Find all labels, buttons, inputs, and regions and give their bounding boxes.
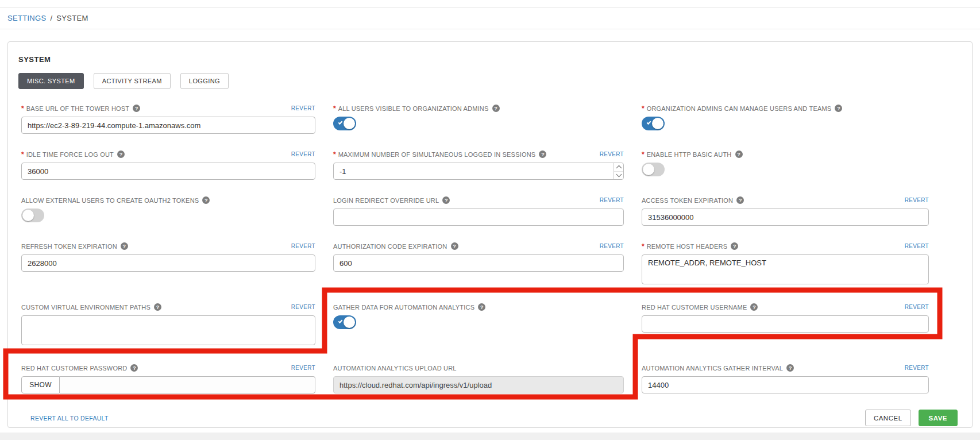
field-label-row: RED HAT CUSTOMER PASSWORD ? REVERT [21, 364, 315, 372]
cancel-button[interactable]: CANCEL [865, 410, 911, 426]
save-button[interactable]: SAVE [919, 410, 958, 426]
rh-password-input[interactable] [60, 376, 315, 393]
revert-link[interactable]: REVERT [291, 105, 315, 111]
field-label: GATHER DATA FOR AUTOMATION ANALYTICS [333, 304, 474, 311]
help-icon[interactable]: ? [117, 150, 125, 158]
field-label: RED HAT CUSTOMER PASSWORD [21, 365, 127, 372]
field-label: RED HAT CUSTOMER USERNAME [642, 304, 747, 311]
help-icon[interactable]: ? [750, 303, 758, 311]
refresh-token-expiration-input[interactable] [21, 254, 315, 272]
field-label-row: * IDLE TIME FORCE LOG OUT ? REVERT [21, 150, 315, 159]
field-label-row: * REMOTE HOST HEADERS ? REVERT [642, 242, 929, 250]
custom-venv-paths-textarea[interactable] [21, 315, 315, 345]
field-label: AUTOMATION ANALYTICS GATHER INTERVAL [642, 365, 783, 372]
access-token-expiration-input[interactable] [642, 209, 929, 226]
field-label: REMOTE HOST HEADERS [647, 243, 728, 250]
card-footer: REVERT ALL TO DEFAULT CANCEL SAVE [18, 410, 962, 426]
all-users-visible-toggle[interactable] [333, 117, 356, 130]
max-sessions-input[interactable] [333, 163, 624, 180]
field-label: ENABLE HTTP BASIC AUTH [647, 151, 732, 158]
org-admins-manage-toggle[interactable] [642, 117, 665, 130]
field-base-url: * BASE URL OF THE TOWER HOST ? REVERT [21, 104, 315, 134]
field-label-row: RED HAT CUSTOMER USERNAME ? REVERT [642, 303, 929, 311]
analytics-interval-input[interactable] [642, 376, 929, 393]
field-idle-time: * IDLE TIME FORCE LOG OUT ? REVERT [21, 150, 315, 180]
required-marker: * [21, 105, 24, 112]
help-icon[interactable]: ? [130, 364, 138, 372]
field-analytics-interval: AUTOMATION ANALYTICS GATHER INTERVAL ? R… [642, 364, 929, 393]
help-icon[interactable]: ? [121, 242, 128, 250]
revert-link[interactable]: REVERT [291, 304, 315, 310]
help-icon[interactable]: ? [735, 150, 743, 158]
revert-link[interactable]: REVERT [905, 197, 929, 203]
field-label-row: * MAXIMUM NUMBER OF SIMULTANEOUS LOGGED … [333, 150, 624, 159]
oauth2-tokens-toggle[interactable] [21, 209, 44, 222]
http-basic-auth-toggle[interactable] [642, 163, 665, 176]
toggle-knob [344, 317, 355, 328]
help-icon[interactable]: ? [478, 303, 485, 311]
field-label: ORGANIZATION ADMINS CAN MANAGE USERS AND… [647, 105, 832, 112]
help-icon[interactable]: ? [835, 105, 842, 112]
help-icon[interactable]: ? [736, 196, 744, 204]
revert-link[interactable]: REVERT [291, 365, 315, 371]
breadcrumb-settings-link[interactable]: SETTINGS [7, 14, 46, 22]
toggle-check-icon [338, 120, 343, 125]
required-marker: * [21, 151, 24, 158]
revert-link[interactable]: REVERT [905, 243, 929, 249]
field-gather-analytics: GATHER DATA FOR AUTOMATION ANALYTICS ? [333, 303, 624, 329]
rh-password-field: SHOW [21, 376, 315, 393]
help-icon[interactable]: ? [442, 196, 450, 204]
spinner-up-icon[interactable] [614, 163, 623, 171]
field-label: CUSTOM VIRTUAL ENVIRONMENT PATHS [21, 304, 151, 311]
idle-time-input[interactable] [21, 163, 315, 180]
help-icon[interactable]: ? [154, 303, 161, 311]
revert-link[interactable]: REVERT [291, 151, 315, 157]
field-label-row: ACCESS TOKEN EXPIRATION ? REVERT [642, 196, 929, 204]
help-icon[interactable]: ? [133, 105, 140, 112]
breadcrumb: SETTINGS / SYSTEM [0, 7, 980, 29]
field-label: ALL USERS VISIBLE TO ORGANIZATION ADMINS [338, 105, 489, 112]
tab-misc-system[interactable]: MISC. SYSTEM [18, 73, 84, 89]
field-label-row: * BASE URL OF THE TOWER HOST ? REVERT [21, 104, 315, 113]
spinner-down-icon[interactable] [614, 171, 623, 180]
field-label-row: LOGIN REDIRECT OVERRIDE URL ? REVERT [333, 196, 624, 204]
login-redirect-input[interactable] [333, 209, 624, 226]
revert-link[interactable]: REVERT [600, 151, 624, 157]
toggle-knob [643, 164, 654, 175]
help-icon[interactable]: ? [492, 105, 500, 112]
tab-activity-stream[interactable]: ACTIVITY STREAM [94, 73, 171, 89]
revert-link[interactable]: REVERT [905, 365, 929, 371]
help-icon[interactable]: ? [731, 242, 738, 250]
revert-link[interactable]: REVERT [600, 197, 624, 203]
auth-code-expiration-input[interactable] [333, 254, 624, 272]
bottom-strip [0, 433, 980, 440]
revert-link[interactable]: REVERT [600, 243, 624, 249]
required-marker: * [642, 105, 645, 112]
base-url-input[interactable] [21, 117, 315, 134]
revert-all-link[interactable]: REVERT ALL TO DEFAULT [30, 415, 109, 422]
required-marker: * [642, 151, 645, 158]
field-label: IDLE TIME FORCE LOG OUT [26, 151, 114, 158]
revert-link[interactable]: REVERT [905, 304, 929, 310]
analytics-upload-url-input [333, 376, 624, 393]
remote-host-headers-textarea[interactable]: REMOTE_ADDR, REMOTE_HOST [642, 254, 929, 284]
help-icon[interactable]: ? [539, 150, 546, 158]
rh-username-input[interactable] [642, 315, 929, 333]
required-marker: * [642, 243, 645, 250]
revert-link[interactable]: REVERT [291, 243, 315, 249]
field-label: AUTHORIZATION CODE EXPIRATION [333, 243, 447, 250]
help-icon[interactable]: ? [786, 364, 794, 372]
field-label-row: GATHER DATA FOR AUTOMATION ANALYTICS ? [333, 303, 624, 311]
field-access-token-expiration: ACCESS TOKEN EXPIRATION ? REVERT [642, 196, 929, 226]
tab-logging[interactable]: LOGGING [180, 73, 229, 89]
help-icon[interactable]: ? [451, 242, 458, 250]
show-password-button[interactable]: SHOW [21, 376, 60, 393]
field-label-row: * ORGANIZATION ADMINS CAN MANAGE USERS A… [642, 104, 929, 113]
required-marker: * [333, 151, 336, 158]
gather-analytics-toggle[interactable] [333, 315, 356, 329]
toggle-check-icon [338, 319, 343, 323]
field-label-row: * ALL USERS VISIBLE TO ORGANIZATION ADMI… [333, 104, 624, 113]
field-label: ACCESS TOKEN EXPIRATION [642, 197, 733, 204]
field-label: AUTOMATION ANALYTICS UPLOAD URL [333, 365, 457, 372]
help-icon[interactable]: ? [202, 196, 210, 204]
